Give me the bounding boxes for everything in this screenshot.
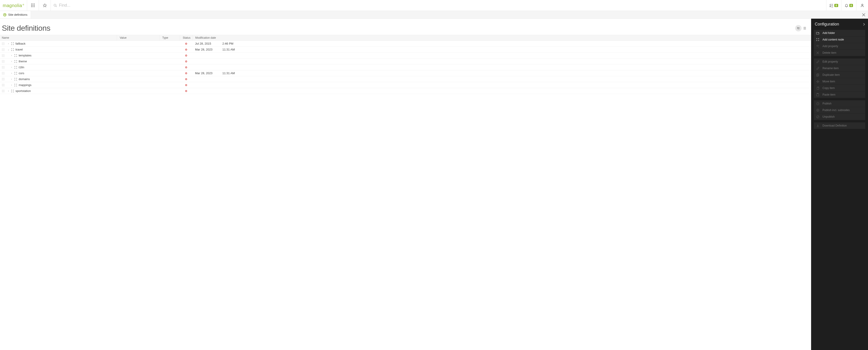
table-row[interactable]: ›corsMar 28, 202311:31 AM	[0, 70, 811, 76]
table-row[interactable]: ›domains	[0, 76, 811, 82]
action-add-property: Add property	[814, 43, 865, 50]
node-name: travel	[16, 48, 23, 51]
cell-name: ›domains	[0, 77, 117, 81]
logo[interactable]: magnolia ®	[0, 0, 27, 11]
tree-view-icon	[797, 27, 800, 30]
svg-point-52	[14, 79, 15, 80]
action-group: Download Definition	[814, 122, 865, 129]
svg-point-10	[54, 4, 56, 6]
status-unpublished-icon	[185, 84, 187, 86]
col-value[interactable]: Value	[117, 35, 159, 40]
svg-point-48	[14, 74, 15, 74]
paste-icon	[816, 93, 819, 96]
notifications-button[interactable]: 0	[841, 0, 856, 11]
svg-point-38	[14, 60, 15, 61]
cell-name: ›templates	[0, 54, 117, 57]
col-status[interactable]: Status	[180, 35, 192, 40]
action-edit-property: Edit property	[814, 59, 865, 65]
close-app-button[interactable]	[862, 13, 865, 17]
col-mod[interactable]: Modification date	[192, 35, 811, 40]
page-head: Site definitions	[0, 19, 811, 35]
search-zone	[51, 0, 826, 11]
table-row[interactable]: ›mappings	[0, 82, 811, 88]
cell-status	[180, 55, 192, 57]
svg-point-29	[13, 44, 14, 45]
table-row[interactable]: ›theme	[0, 59, 811, 64]
svg-point-28	[11, 44, 12, 45]
content-node-icon	[11, 48, 14, 51]
status-unpublished-icon	[185, 49, 187, 51]
action-unpublish: Unpublish	[814, 114, 865, 120]
table-row[interactable]: ›templates	[0, 53, 811, 59]
row-checkbox[interactable]	[2, 42, 5, 45]
view-tree-button[interactable]	[795, 25, 802, 31]
action-publish: Publish	[814, 100, 865, 107]
svg-point-37	[16, 56, 17, 57]
chevron-right-icon[interactable]: ›	[10, 66, 13, 68]
chevron-right-icon[interactable]: ›	[10, 60, 13, 63]
content-node-icon	[14, 54, 17, 57]
svg-point-82	[816, 109, 819, 111]
publish-icon	[816, 102, 819, 105]
row-checkbox[interactable]	[2, 78, 5, 81]
chevron-right-icon[interactable]: ›	[7, 90, 9, 92]
chevron-down-icon[interactable]: ⌄	[7, 48, 9, 51]
table-row[interactable]: ›i18n	[0, 64, 811, 70]
action-label: Add property	[823, 44, 838, 48]
delete-icon	[816, 52, 819, 54]
table-row[interactable]: ›sportstation	[0, 88, 811, 94]
table-row[interactable]: ›fallbackJul 28, 20152:46 PM	[0, 41, 811, 46]
publish-sub-icon	[816, 109, 819, 112]
row-checkbox[interactable]	[2, 60, 5, 63]
cell-name: ›mappings	[0, 83, 117, 87]
row-checkbox[interactable]	[2, 66, 5, 69]
svg-marker-9	[43, 4, 46, 7]
chevron-right-icon	[863, 23, 865, 26]
logo-text: magnolia	[3, 0, 22, 11]
unpublish-icon	[816, 116, 819, 118]
svg-point-41	[16, 62, 17, 63]
tab-site-definitions[interactable]: Site definitions	[0, 11, 31, 19]
chevron-right-icon[interactable]: ›	[10, 72, 13, 74]
svg-point-42	[14, 66, 15, 67]
cell-status	[180, 66, 192, 68]
row-checkbox[interactable]	[2, 72, 5, 75]
mod-time: 11:31 AM	[222, 48, 235, 51]
col-type[interactable]: Type	[159, 35, 180, 40]
row-checkbox[interactable]	[2, 90, 5, 92]
row-checkbox[interactable]	[2, 84, 5, 87]
search-input[interactable]	[59, 3, 826, 8]
page-title: Site definitions	[2, 24, 50, 33]
chevron-right-icon[interactable]: ›	[10, 78, 13, 80]
side-panel-collapse[interactable]	[863, 23, 865, 26]
svg-rect-5	[34, 5, 35, 6]
chevron-right-icon[interactable]: ›	[10, 54, 13, 57]
app-launcher-button[interactable]	[27, 0, 39, 11]
cell-name: ›fallback	[0, 42, 117, 45]
col-name[interactable]: Name	[0, 36, 117, 39]
action-add-folder[interactable]: Add folder	[814, 30, 865, 36]
cell-status	[180, 90, 192, 92]
row-checkbox[interactable]	[2, 54, 5, 57]
content-node-icon	[14, 72, 17, 75]
node-name: fallback	[16, 42, 26, 45]
cell-modified: Mar 28, 202311:31 AM	[192, 71, 811, 75]
rename-icon	[816, 67, 819, 70]
svg-point-22	[799, 28, 799, 29]
svg-point-58	[11, 90, 12, 90]
row-checkbox[interactable]	[2, 48, 5, 51]
chevron-right-icon[interactable]: ›	[7, 42, 9, 45]
tasks-button[interactable]: 0	[826, 0, 841, 11]
node-name: cors	[19, 71, 24, 75]
action-rename-item: Rename item	[814, 65, 865, 72]
view-list-button[interactable]	[802, 25, 808, 31]
table-row[interactable]: ⌄travelMar 28, 202311:31 AM	[0, 46, 811, 53]
svg-point-50	[14, 78, 15, 78]
favorite-button[interactable]	[39, 0, 51, 11]
table-body: ›fallbackJul 28, 20152:46 PM⌄travelMar 2…	[0, 41, 811, 94]
chevron-right-icon[interactable]: ›	[10, 84, 13, 86]
svg-rect-8	[34, 6, 35, 7]
status-unpublished-icon	[185, 61, 187, 62]
user-menu-button[interactable]	[856, 0, 868, 11]
action-add-content-node[interactable]: Add content node	[814, 36, 865, 43]
